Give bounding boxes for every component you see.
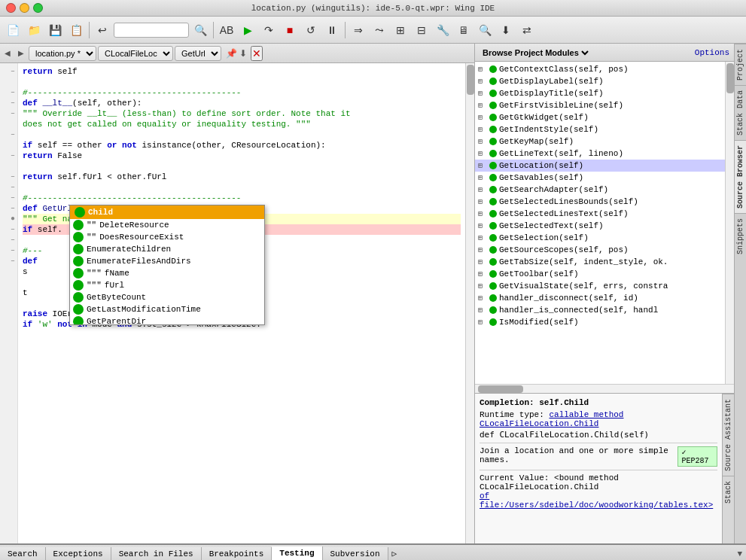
autocomplete-header-text: Child [88,208,113,217]
source-assistant: Completion: self.Child Runtime type: cal… [475,394,722,543]
tab-close-button[interactable]: ✕ [251,46,263,61]
sa-current-link[interactable]: of file:/Users/sdeibel/doc/woodworking/t… [480,492,713,510]
vtab-stack-data[interactable]: Stack Data [735,85,746,140]
ac-item-enumeratechildren[interactable]: EnumerateChildren [70,243,264,255]
search-button[interactable]: 🔍 [190,20,210,40]
restart-button[interactable]: ↺ [301,20,321,40]
ac-item-getlastmodificationtime[interactable]: GetLastModificationTime [70,303,264,315]
browser-item[interactable]: ⊞ GetVisualState(self, errs, constra [475,280,725,292]
browser-item[interactable]: ⊞ GetTabSize(self, indent_style, ok. [475,256,725,268]
tab-subversion[interactable]: Subversion [323,547,388,561]
ac-item-deleteresource[interactable]: "" DeleteResource [70,219,264,231]
ac-item-doesresourceexist[interactable]: "" DoesResourceExist [70,231,264,243]
run-button[interactable]: ▶ [238,20,257,40]
save-as-button[interactable]: 📋 [66,20,86,40]
step-button[interactable]: ↷ [259,20,279,40]
code-content[interactable]: return self #---------------------------… [18,63,465,543]
browser-item[interactable]: ⊞ GetDisplayLabel(self) [475,75,725,87]
autocomplete-popup[interactable]: Child "" DeleteResource "" DoesResourceE… [69,205,265,325]
minimize-button[interactable] [20,3,29,13]
browser-item[interactable]: ⊞ GetSearchAdapter(self) [475,184,725,196]
pause-button[interactable]: ⏸ [322,20,342,40]
file-tab-select[interactable]: location.py * [29,46,96,61]
vtab-stack[interactable]: Stack [723,476,734,508]
debug-button[interactable]: ⇒ [349,20,368,40]
eval-button[interactable]: ⤳ [370,20,389,40]
find-replace-button[interactable]: AB [217,20,236,40]
right-bottom-side-tabs: Source Assistant Stack [722,394,734,543]
browser-item[interactable]: ⊞ GetSelectedLinesText(self) [475,208,725,220]
tab-close-bottom[interactable]: ▼ [733,547,746,561]
monitor-button[interactable]: 🖥 [454,20,473,40]
vtab-snippets[interactable]: Snippets [735,213,746,259]
browser-scrollbar[interactable] [725,62,734,384]
arrows-button[interactable]: ⇄ [517,20,537,40]
zoom-in-button[interactable]: 🔍 [475,20,495,40]
class-select[interactable]: CLocalFileLoc [98,46,173,61]
browser-item[interactable]: ⊞ handler_disconnect(self, id) [475,292,725,304]
tab-back-button[interactable]: ◀ [2,47,14,59]
project-button[interactable]: ⊟ [412,20,431,40]
ac-item-enumeratefilesanddirs[interactable]: EnumerateFilesAndDirs [70,255,264,267]
browser-list[interactable]: ⊞ GetContextClass(self, pos) ⊞ GetDispla… [475,62,725,384]
browser-scrollbar-thumb[interactable] [726,63,734,93]
expand-icon: ⊞ [478,161,487,170]
tab-testing[interactable]: Testing [272,546,322,561]
browser-item[interactable]: ⊞ GetSelection(self) [475,232,725,244]
tab-overflow-button[interactable]: ▷ [388,546,401,560]
options-button[interactable]: Options [695,48,729,57]
tab-exceptions[interactable]: Exceptions [46,547,111,561]
browser-item[interactable]: ⊞ handler_is_connected(self, handl [475,304,725,316]
browser-item-highlighted[interactable]: ⊞ GetLocation(self) [475,160,725,172]
module-button[interactable]: ⊞ [391,20,410,40]
browser-item[interactable]: ⊞ GetToolbar(self) [475,268,725,280]
method-select[interactable]: GetUrl [175,46,221,61]
browser-item[interactable]: ⊞ GetSelectedText(self) [475,220,725,232]
tab-search-in-files[interactable]: Search in Files [111,547,202,561]
save-button[interactable]: 💾 [45,20,65,40]
browser-item[interactable]: ⊞ GetLineText(self, lineno) [475,148,725,160]
tools-button[interactable]: 🔧 [433,20,452,40]
new-button[interactable]: 📄 [3,20,23,40]
ac-item-getbytecount[interactable]: GetByteCount [70,291,264,303]
ac-item-fname[interactable]: """ fName [70,267,264,279]
browser-item[interactable]: ⊞ GetKeyMap(self) [475,135,725,148]
ac-item-getparentdir[interactable]: GetParentDir [70,315,264,324]
browser-select[interactable]: Browse Project Modules [480,47,591,58]
tab-search[interactable]: Search [0,547,46,561]
browser-hscroll-thumb[interactable] [478,385,523,393]
sa-class-link[interactable]: CLocalFileLocation.Child [480,419,717,428]
vtab-source-assistant[interactable]: Source Assistant [723,394,734,476]
browser-item[interactable]: ⊞ GetIndentStyle(self) [475,123,725,135]
maximize-button[interactable] [33,3,43,13]
code-scrollbar-thumb[interactable] [467,65,474,95]
toolbar-search-input[interactable] [114,23,189,38]
browser-item[interactable]: ⊞ GetContextClass(self, pos) [475,63,725,75]
browser-item[interactable]: ⊞ GetSelectedLinesBounds(self) [475,196,725,208]
autocomplete-list[interactable]: "" DeleteResource "" DoesResourceExist E… [70,219,264,324]
ac-dot-icon [73,280,84,291]
ac-dot-icon [73,256,84,266]
browser-item[interactable]: ⊞ GetSourceScopes(self, pos) [475,244,725,256]
browser-item[interactable]: ⊞ GetDisplayTitle(self) [475,87,725,99]
split-icon[interactable]: ⬇ [239,48,247,59]
download-button[interactable]: ⬇ [496,20,516,40]
code-scrollbar[interactable] [465,63,474,543]
sa-runtime-link[interactable]: callable method [549,410,623,419]
browser-item[interactable]: ⊞ IsModified(self) [475,316,725,328]
ac-item-furl[interactable]: """ fUrl [70,279,264,291]
back-button[interactable]: ↩ [93,20,112,40]
tab-breakpoints[interactable]: Breakpoints [202,547,273,561]
close-button[interactable] [6,3,16,13]
browser-hscrollbar[interactable] [475,384,734,393]
browser-item[interactable]: ⊞ GetFirstVisibleLine(self) [475,99,725,111]
open-button[interactable]: 📁 [24,20,44,40]
vtab-source-browser[interactable]: Source Browser [735,140,746,213]
pin-icon[interactable]: 📌 [226,48,237,59]
vtab-project[interactable]: Project [735,44,746,85]
code-editor[interactable]: – – – – – – – – – – ● – – – – [0,63,474,543]
browser-item[interactable]: ⊞ GetSavables(self) [475,172,725,184]
tab-forward-button[interactable]: ▶ [15,47,27,59]
stop-button[interactable]: ■ [280,20,300,40]
browser-item[interactable]: ⊞ GetGtkWidget(self) [475,111,725,123]
